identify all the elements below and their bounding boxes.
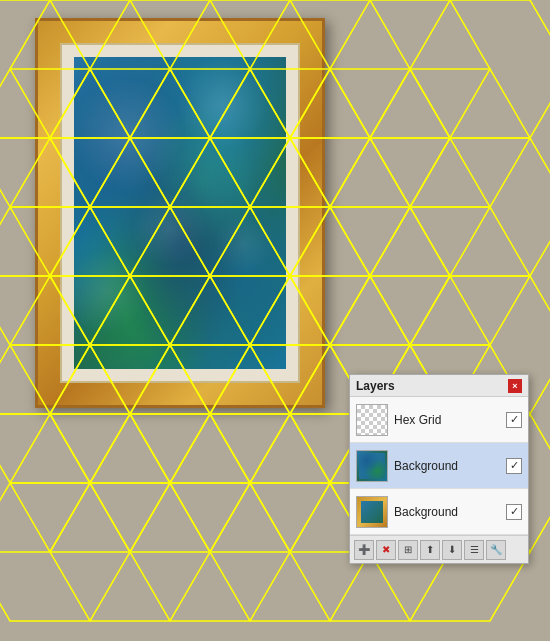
layers-panel: Layers × Hex Grid Background Background … <box>349 374 529 564</box>
delete-layer-button[interactable]: ✖ <box>376 540 396 560</box>
layer-thumb-hex <box>356 404 388 436</box>
layer-thumb-background-1 <box>356 450 388 482</box>
layers-title-bar: Layers × <box>350 375 528 397</box>
canvas-area: Layers × Hex Grid Background Background … <box>0 0 550 641</box>
layer-visibility-background-2[interactable] <box>506 504 522 520</box>
move-layer-down-button[interactable]: ⬇ <box>442 540 462 560</box>
layers-close-button[interactable]: × <box>508 379 522 393</box>
layer-visibility-background-1[interactable] <box>506 458 522 474</box>
frame-outer <box>35 18 325 408</box>
duplicate-layer-button[interactable]: ⊞ <box>398 540 418 560</box>
layer-properties-button[interactable]: 🔧 <box>486 540 506 560</box>
frame-inner <box>60 43 300 383</box>
layer-thumb-background-2 <box>356 496 388 528</box>
move-layer-up-button[interactable]: ⬆ <box>420 540 440 560</box>
layer-item-hex-grid[interactable]: Hex Grid <box>350 397 528 443</box>
layer-name-background-1: Background <box>394 459 506 473</box>
layers-title: Layers <box>356 379 395 393</box>
artwork <box>74 57 286 369</box>
add-layer-button[interactable]: ➕ <box>354 540 374 560</box>
layer-item-background-2[interactable]: Background <box>350 489 528 535</box>
layer-options-button[interactable]: ☰ <box>464 540 484 560</box>
layer-visibility-hex[interactable] <box>506 412 522 428</box>
layers-toolbar: ➕ ✖ ⊞ ⬆ ⬇ ☰ 🔧 <box>350 535 528 563</box>
layer-name-background-2: Background <box>394 505 506 519</box>
layer-name-hex: Hex Grid <box>394 413 506 427</box>
layer-item-background-1[interactable]: Background <box>350 443 528 489</box>
frame-thumb-inner <box>361 501 383 523</box>
